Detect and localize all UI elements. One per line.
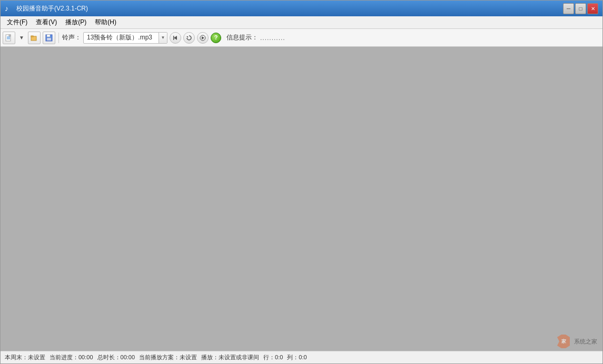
- menu-help[interactable]: 帮助(H): [91, 17, 121, 28]
- menu-view[interactable]: 查看(V): [32, 17, 61, 28]
- prev-icon: [173, 35, 178, 41]
- svg-marker-12: [186, 36, 188, 38]
- status-total: 总时长：00:00: [97, 353, 135, 361]
- dropdown-chevron-icon[interactable]: ▼: [159, 33, 167, 43]
- svg-rect-1: [9, 35, 11, 36]
- refresh-button[interactable]: [183, 32, 195, 44]
- new-icon: [5, 34, 13, 42]
- ringtone-dropdown[interactable]: 13预备铃（新版）.mp3 ▼: [83, 32, 167, 44]
- status-bar: 本周末：未设置 当前进度：00:00 总时长：00:00 当前播放方案：未设置 …: [1, 351, 602, 363]
- status-plan: 当前播放方案：未设置: [139, 353, 197, 361]
- close-button[interactable]: ✕: [587, 3, 598, 14]
- help-button[interactable]: ?: [211, 33, 221, 43]
- toolbar: ▼ 铃声： 13预备铃（新版）.mp3 ▼: [1, 29, 602, 47]
- prev-button[interactable]: [170, 32, 181, 44]
- svg-rect-11: [173, 36, 174, 40]
- svg-text:家: 家: [561, 338, 567, 344]
- help-icon: ?: [214, 35, 218, 41]
- open-icon: [31, 34, 38, 42]
- window-controls: ─ □ ✕: [563, 3, 598, 14]
- menu-file[interactable]: 文件(F): [3, 17, 32, 28]
- info-label: 信息提示：: [226, 33, 258, 42]
- menu-play[interactable]: 播放(P): [61, 17, 91, 28]
- status-col: 列：0:0: [287, 353, 307, 361]
- maximize-button[interactable]: □: [575, 3, 586, 14]
- svg-marker-10: [174, 36, 177, 40]
- refresh-icon: [186, 35, 192, 41]
- app-icon: ♪: [5, 4, 13, 13]
- play-button[interactable]: [197, 32, 209, 44]
- separator-1: [58, 33, 59, 43]
- minimize-button[interactable]: ─: [563, 3, 574, 14]
- status-row: 行：0:0: [263, 353, 283, 361]
- save-icon: [45, 34, 53, 42]
- menu-bar: 文件(F) 查看(V) 播放(P) 帮助(H): [1, 16, 602, 29]
- title-bar: ♪ 校园播音助手(V2.3.1-CR) ─ □ ✕: [1, 1, 602, 16]
- svg-marker-14: [202, 36, 204, 39]
- svg-rect-8: [47, 35, 50, 37]
- main-content-area: [1, 47, 602, 351]
- watermark-logo-icon: 家: [555, 334, 572, 349]
- watermark: 家 系统之家: [555, 334, 597, 349]
- status-play: 播放：未设置或非课间: [201, 353, 259, 361]
- open-button[interactable]: [28, 32, 41, 44]
- bell-label: 铃声：: [62, 33, 81, 42]
- svg-rect-6: [31, 36, 33, 37]
- new-button[interactable]: [3, 32, 15, 44]
- save-button[interactable]: [43, 32, 55, 44]
- info-content: ...........: [260, 34, 285, 42]
- dropdown-arrow-btn[interactable]: ▼: [17, 33, 26, 43]
- play-icon: [200, 35, 206, 41]
- status-progress: 当前进度：00:00: [50, 353, 93, 361]
- status-week: 本周末：未设置: [5, 353, 45, 361]
- svg-rect-9: [47, 38, 51, 41]
- ringtone-value: 13预备铃（新版）.mp3: [84, 33, 159, 42]
- window-title: 校园播音助手(V2.3.1-CR): [16, 4, 88, 13]
- watermark-text: 系统之家: [574, 338, 597, 346]
